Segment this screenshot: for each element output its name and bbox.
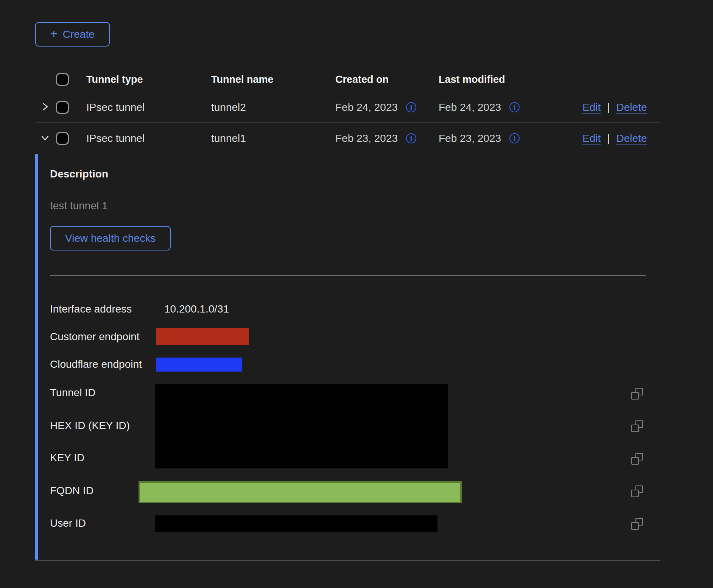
info-icon[interactable]: i <box>509 133 520 143</box>
column-header-tunnel-type: Tunnel type <box>86 74 143 86</box>
chevron-down-icon[interactable] <box>39 132 51 143</box>
delete-link[interactable]: Delete <box>616 101 647 114</box>
copy-icon[interactable] <box>631 518 643 530</box>
customer-endpoint-label: Customer endpoint <box>50 331 140 343</box>
user-id-redacted-value <box>155 515 437 532</box>
view-health-checks-label: View health checks <box>65 232 156 244</box>
interface-address-value: 10.200.1.0/31 <box>164 303 229 315</box>
table-header-row: Tunnel type Tunnel name Created on Last … <box>35 67 660 92</box>
table-row: IPsec tunnel tunnel2 Feb 24, 2023 i Feb … <box>35 92 660 122</box>
create-button[interactable]: + Create <box>35 22 110 47</box>
cloudflare-endpoint-redacted-value <box>156 358 242 372</box>
header-divider <box>35 92 660 92</box>
cloudflare-endpoint-label: Cloudflare endpoint <box>50 358 142 370</box>
select-all-checkbox[interactable] <box>56 73 69 86</box>
fqdn-id-label: FQDN ID <box>50 485 93 497</box>
create-button-label: Create <box>63 28 95 40</box>
created-on-cell: Feb 24, 2023 i <box>335 101 416 114</box>
tunnel-name-cell: tunnel1 <box>211 132 246 145</box>
last-modified-cell: Feb 23, 2023 i <box>439 132 520 145</box>
key-id-label: KEY ID <box>50 452 84 464</box>
column-header-created-on: Created on <box>335 74 389 86</box>
row-actions: Edit | Delete <box>582 101 647 114</box>
action-separator: | <box>607 101 610 114</box>
copy-icon[interactable] <box>631 420 643 432</box>
plus-icon: + <box>50 28 58 40</box>
delete-link[interactable]: Delete <box>616 132 647 145</box>
info-icon[interactable]: i <box>509 102 520 112</box>
expanded-row-accent-bar <box>35 154 38 560</box>
description-value: test tunnel 1 <box>50 200 108 212</box>
ids-redacted-block <box>155 384 448 468</box>
table-row: IPsec tunnel tunnel1 Feb 23, 2023 i Feb … <box>35 123 660 154</box>
edit-link[interactable]: Edit <box>582 132 601 145</box>
info-icon[interactable]: i <box>406 102 416 112</box>
last-modified-date: Feb 23, 2023 <box>439 132 501 145</box>
info-icon[interactable]: i <box>406 133 416 143</box>
chevron-right-icon[interactable] <box>39 101 51 112</box>
copy-icon[interactable] <box>631 485 643 497</box>
view-health-checks-button[interactable]: View health checks <box>50 226 171 250</box>
copy-icon[interactable] <box>631 453 643 465</box>
last-modified-date: Feb 24, 2023 <box>439 101 501 114</box>
copy-icon[interactable] <box>631 388 643 400</box>
hex-id-label: HEX ID (KEY ID) <box>50 420 130 432</box>
customer-endpoint-redacted-value <box>156 328 249 345</box>
interface-address-label: Interface address <box>50 303 132 315</box>
section-divider <box>50 275 646 275</box>
created-on-date: Feb 24, 2023 <box>335 101 398 114</box>
created-on-date: Feb 23, 2023 <box>335 132 398 145</box>
row-checkbox[interactable] <box>56 132 69 145</box>
user-id-label: User ID <box>50 517 86 529</box>
tunnels-page: + Create Tunnel type Tunnel name Created… <box>0 0 713 588</box>
column-header-tunnel-name: Tunnel name <box>211 74 274 86</box>
tunnel-type-cell: IPsec tunnel <box>86 132 145 145</box>
action-separator: | <box>607 132 610 145</box>
column-header-last-modified: Last modified <box>439 74 505 86</box>
last-modified-cell: Feb 24, 2023 i <box>439 101 520 114</box>
created-on-cell: Feb 23, 2023 i <box>335 132 416 145</box>
edit-link[interactable]: Edit <box>582 101 601 114</box>
tunnel-id-label: Tunnel ID <box>50 387 95 399</box>
row-actions: Edit | Delete <box>582 132 647 145</box>
row-checkbox[interactable] <box>56 101 69 114</box>
panel-bottom-divider <box>35 560 660 561</box>
tunnel-name-cell: tunnel2 <box>211 101 246 114</box>
fqdn-id-redacted-value <box>139 481 462 503</box>
tunnel-type-cell: IPsec tunnel <box>86 101 145 114</box>
description-label: Description <box>50 168 108 180</box>
row-divider <box>35 122 660 123</box>
